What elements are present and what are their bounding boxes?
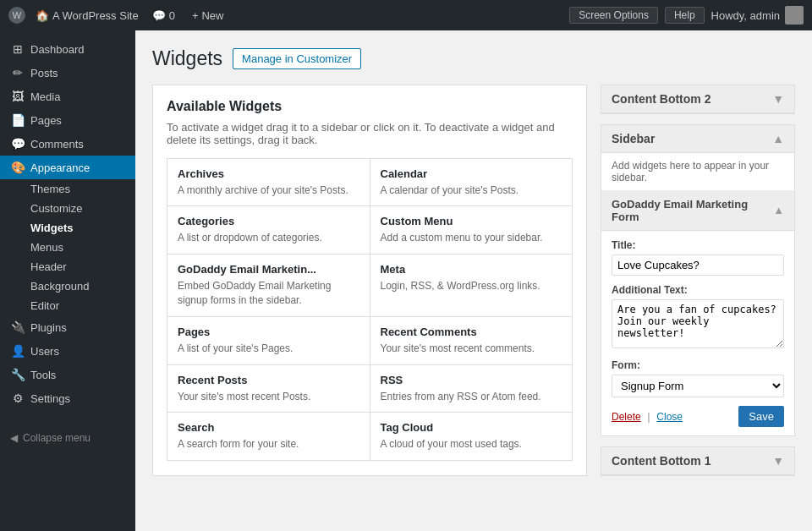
widget-archives[interactable]: Archives A monthly archive of your site'…: [167, 159, 370, 207]
appearance-icon: 🎨: [10, 161, 25, 174]
widget-meta[interactable]: Meta Login, RSS, & WordPress.org links.: [370, 255, 573, 317]
widget-recent-posts[interactable]: Recent Posts Your site's most recent Pos…: [167, 365, 370, 413]
comments-bar-item[interactable]: 💬 0: [149, 9, 178, 22]
widget-tag-cloud[interactable]: Tag Cloud A cloud of your most used tags…: [370, 413, 573, 461]
right-sections: Sidebar ▲ Add widgets here to appear in …: [601, 85, 795, 476]
widget-form-header[interactable]: GoDaddy Email Marketing Form ▲: [601, 191, 794, 231]
avatar: [785, 6, 804, 25]
widget-rss[interactable]: RSS Entries from any RSS or Atom feed.: [370, 365, 573, 413]
content-bottom-2-chevron-icon: ▼: [772, 92, 784, 106]
sidebar-item-settings[interactable]: ⚙ Settings: [0, 386, 135, 410]
widget-godaddy[interactable]: GoDaddy Email Marketin... Embed GoDaddy …: [167, 255, 370, 317]
close-link[interactable]: Close: [656, 411, 683, 423]
main-content: Widgets Manage in Customizer Available W…: [135, 30, 812, 531]
title-label: Title:: [612, 239, 784, 251]
sidebar-item-comments[interactable]: 💬 Comments: [0, 132, 135, 156]
widget-form-title: GoDaddy Email Marketing Form: [612, 198, 773, 223]
sidebar-item-customize[interactable]: Customize: [24, 199, 135, 218]
collapse-icon: ◀: [10, 432, 18, 444]
pipe-separator: |: [647, 410, 650, 423]
pages-icon: 📄: [10, 113, 25, 127]
sidebar-widget-area: Sidebar ▲ Add widgets here to appear in …: [601, 124, 795, 436]
delete-close-group: Delete | Close: [612, 410, 683, 423]
content-bottom-1-area: Content Bottom 1 ▼: [601, 446, 795, 476]
save-button[interactable]: Save: [738, 406, 784, 427]
plugins-icon: 🔌: [10, 320, 25, 334]
available-widgets-heading: Available Widgets: [167, 99, 573, 114]
users-icon: 👤: [10, 344, 25, 358]
godaddy-widget-form: GoDaddy Email Marketing Form ▲ Title: Ad…: [601, 191, 794, 435]
content-bottom-1-title: Content Bottom 1: [612, 454, 710, 468]
widget-form-body: Title: Additional Text: Form: Signup Fo: [601, 231, 794, 435]
sidebar-item-pages[interactable]: 📄 Pages: [0, 108, 135, 132]
sidebar-area-header[interactable]: Sidebar ▲: [601, 125, 794, 153]
sidebar-area-description: Add widgets here to appear in your sideb…: [601, 153, 794, 191]
content-bottom-2-area: Content Bottom 2 ▼: [601, 85, 795, 114]
title-input[interactable]: [612, 255, 784, 276]
widget-pages[interactable]: Pages A list of your site's Pages.: [167, 317, 370, 365]
wp-logo-icon[interactable]: W: [8, 7, 25, 24]
widget-calendar[interactable]: Calendar A calendar of your site's Posts…: [370, 159, 573, 207]
main-layout: ⊞ Dashboard ✏ Posts 🖼 Media 📄 Pages 💬 Co…: [0, 30, 812, 531]
available-widgets-panel: Available Widgets To activate a widget d…: [152, 85, 587, 476]
admin-bar: W 🏠 A WordPress Site 💬 0 + New Screen Op…: [0, 0, 812, 30]
sidebar-item-header[interactable]: Header: [24, 257, 135, 276]
media-icon: 🖼: [10, 90, 25, 103]
content-grid: Available Widgets To activate a widget d…: [152, 85, 795, 476]
additional-text-label: Additional Text:: [612, 284, 784, 296]
widget-custom-menu[interactable]: Custom Menu Add a custom menu to your si…: [370, 206, 573, 255]
plus-icon: +: [192, 9, 199, 22]
additional-text-row: Additional Text:: [612, 284, 784, 351]
widget-search[interactable]: Search A search form for your site.: [167, 413, 370, 461]
widget-recent-comments[interactable]: Recent Comments Your site's most recent …: [370, 317, 573, 365]
sidebar-item-users[interactable]: 👤 Users: [0, 339, 135, 363]
form-select[interactable]: Signup Form: [612, 375, 784, 397]
sidebar-area-title: Sidebar: [612, 132, 655, 145]
sidebar-item-dashboard[interactable]: ⊞ Dashboard: [0, 37, 135, 61]
page-header: Widgets Manage in Customizer: [152, 47, 795, 71]
delete-link[interactable]: Delete: [612, 411, 641, 423]
appearance-submenu: Themes Customize Widgets Menus Header Ba…: [0, 179, 135, 315]
form-select-row: Form: Signup Form: [612, 359, 784, 397]
sidebar-item-tools[interactable]: 🔧 Tools: [0, 363, 135, 386]
additional-text-textarea[interactable]: [612, 299, 784, 348]
sidebar-item-widgets[interactable]: Widgets: [24, 218, 135, 238]
sidebar-item-media[interactable]: 🖼 Media: [0, 85, 135, 108]
settings-icon: ⚙: [10, 391, 25, 405]
manage-in-customizer-link[interactable]: Manage in Customizer: [233, 48, 361, 69]
sidebar-item-background[interactable]: Background: [24, 276, 135, 296]
howdy-label: Howdy, admin: [711, 6, 804, 25]
help-button[interactable]: Help: [665, 7, 705, 24]
new-bar-item[interactable]: + New: [189, 9, 228, 22]
sidebar-item-editor[interactable]: Editor: [24, 296, 135, 315]
content-bottom-1-chevron-icon: ▼: [772, 454, 784, 468]
content-bottom-2-header[interactable]: Content Bottom 2 ▼: [601, 85, 794, 113]
comments-icon: 💬: [152, 9, 166, 22]
sidebar-collapse[interactable]: ◀ Collapse menu: [0, 427, 135, 449]
dashboard-icon: ⊞: [10, 42, 25, 56]
widget-categories[interactable]: Categories A list or dropdown of categor…: [167, 206, 370, 255]
form-actions: Delete | Close Save: [612, 406, 784, 427]
sidebar-item-menus[interactable]: Menus: [24, 238, 135, 257]
screen-options-button[interactable]: Screen Options: [569, 7, 658, 24]
title-field-row: Title:: [612, 239, 784, 276]
form-select-label: Form:: [612, 359, 784, 371]
widget-form-chevron-icon: ▲: [773, 204, 784, 216]
available-widgets-desc: To activate a widget drag it to a sideba…: [167, 121, 573, 146]
sidebar-item-appearance[interactable]: 🎨 Appearance: [0, 156, 135, 179]
sidebar-item-themes[interactable]: Themes: [24, 179, 135, 199]
home-icon: 🏠: [36, 9, 49, 22]
content-bottom-2-title: Content Bottom 2: [612, 92, 710, 106]
site-name[interactable]: 🏠 A WordPress Site: [36, 9, 139, 22]
posts-icon: ✏: [10, 66, 25, 79]
sidebar: ⊞ Dashboard ✏ Posts 🖼 Media 📄 Pages 💬 Co…: [0, 30, 135, 531]
tools-icon: 🔧: [10, 368, 25, 381]
page-title: Widgets: [152, 47, 222, 71]
widget-grid: Archives A monthly archive of your site'…: [167, 158, 573, 462]
content-bottom-1-header[interactable]: Content Bottom 1 ▼: [601, 447, 794, 475]
comments-sidebar-icon: 💬: [10, 137, 25, 151]
sidebar-chevron-icon: ▲: [772, 132, 784, 145]
sidebar-item-posts[interactable]: ✏ Posts: [0, 61, 135, 85]
sidebar-item-plugins[interactable]: 🔌 Plugins: [0, 315, 135, 339]
